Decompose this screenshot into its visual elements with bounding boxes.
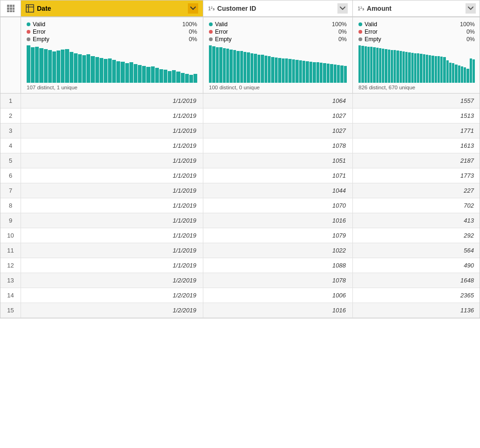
date-distinct: 107 distinct, 1 unique xyxy=(27,85,197,90)
table-row: 4 1/1/2019 1078 1613 xyxy=(0,138,480,153)
amount-stats: Valid 100% Error 0% Empty 0% 826 distinc… xyxy=(353,17,480,93)
svg-rect-2 xyxy=(13,5,14,7)
customer-id-cell: 1064 xyxy=(203,94,353,108)
amt-error-dot xyxy=(358,30,362,34)
customer-id-cell: 1051 xyxy=(203,153,353,168)
svg-rect-7 xyxy=(10,10,12,12)
svg-rect-3 xyxy=(7,7,9,10)
row-number: 12 xyxy=(0,258,21,273)
error-dot xyxy=(27,30,30,34)
amt-bar-chart xyxy=(358,45,475,83)
date-valid-stat: Valid 100% xyxy=(27,21,197,28)
amt-empty-dot xyxy=(358,37,362,41)
customer-id-column-header[interactable]: 1²₃ Customer ID xyxy=(203,0,353,16)
customer-id-header-left: 1²₃ Customer ID xyxy=(208,5,256,12)
date-dropdown-button[interactable] xyxy=(188,3,198,14)
svg-rect-4 xyxy=(10,7,12,10)
corner-cell xyxy=(0,0,21,16)
table-row: 9 1/1/2019 1016 413 xyxy=(0,213,480,228)
customer-id-cell: 1079 xyxy=(203,228,353,243)
customer-id-cell: 1016 xyxy=(203,213,353,228)
row-number: 10 xyxy=(0,228,21,243)
customer-id-cell: 1078 xyxy=(203,138,353,153)
row-number: 1 xyxy=(0,94,21,108)
table-row: 14 1/2/2019 1006 2365 xyxy=(0,288,480,303)
amount-cell: 1513 xyxy=(353,108,480,123)
row-number: 4 xyxy=(0,138,21,153)
table-row: 7 1/1/2019 1044 227 xyxy=(0,183,480,198)
amount-header-left: 1²₃ Amount xyxy=(358,5,392,12)
row-number: 15 xyxy=(0,303,21,318)
cid-distinct: 100 distinct, 0 unique xyxy=(209,85,347,90)
amt-valid-stat: Valid 100% xyxy=(358,21,475,28)
table-row: 13 1/2/2019 1078 1648 xyxy=(0,273,480,288)
cid-empty-stat: Empty 0% xyxy=(209,36,347,43)
customer-id-type-icon: 1²₃ xyxy=(208,6,215,12)
cid-error-dot xyxy=(209,30,213,34)
amount-cell: 1613 xyxy=(353,138,480,153)
data-table: Date 1²₃ Customer ID 1²₃ Amount xyxy=(0,0,480,318)
table-row: 10 1/1/2019 1079 292 xyxy=(0,228,480,243)
customer-id-cell: 1070 xyxy=(203,198,353,213)
date-bar-chart xyxy=(27,45,197,83)
date-header-label: Date xyxy=(37,5,51,12)
amount-cell: 1557 xyxy=(353,94,480,108)
customer-id-cell: 1044 xyxy=(203,183,353,198)
cid-empty-dot xyxy=(209,37,213,41)
svg-rect-0 xyxy=(7,5,9,7)
date-cell: 1/2/2019 xyxy=(21,273,203,288)
amt-valid-dot xyxy=(358,22,362,26)
grid-icon xyxy=(7,4,15,13)
customer-id-cell: 1006 xyxy=(203,288,353,303)
amount-dropdown-button[interactable] xyxy=(466,3,476,14)
amount-header-label: Amount xyxy=(367,5,392,12)
amount-cell: 413 xyxy=(353,213,480,228)
table-row: 11 1/1/2019 1022 564 xyxy=(0,243,480,258)
date-cell: 1/1/2019 xyxy=(21,153,203,168)
cid-error-stat: Error 0% xyxy=(209,29,347,35)
row-number: 9 xyxy=(0,213,21,228)
customer-id-cell: 1088 xyxy=(203,258,353,273)
date-cell: 1/1/2019 xyxy=(21,243,203,258)
date-error-stat: Error 0% xyxy=(27,29,197,35)
date-header-left: Date xyxy=(26,4,51,13)
amount-cell: 564 xyxy=(353,243,480,258)
svg-rect-6 xyxy=(7,10,9,12)
date-cell: 1/1/2019 xyxy=(21,123,203,138)
amount-type-icon: 1²₃ xyxy=(358,6,364,12)
table-type-icon xyxy=(26,4,34,13)
row-number: 6 xyxy=(0,168,21,183)
amt-distinct: 826 distinct, 670 unique xyxy=(358,85,475,90)
table-row: 12 1/1/2019 1088 490 xyxy=(0,258,480,273)
table-row: 8 1/1/2019 1070 702 xyxy=(0,198,480,213)
amount-cell: 292 xyxy=(353,228,480,243)
date-column-header[interactable]: Date xyxy=(21,0,203,16)
date-cell: 1/1/2019 xyxy=(21,258,203,273)
amount-cell: 227 xyxy=(353,183,480,198)
date-cell: 1/1/2019 xyxy=(21,183,203,198)
amount-cell: 1773 xyxy=(353,168,480,183)
row-number: 8 xyxy=(0,198,21,213)
customer-id-cell: 1027 xyxy=(203,123,353,138)
table-row: 1 1/1/2019 1064 1557 xyxy=(0,94,480,108)
empty-dot xyxy=(27,37,30,41)
row-number: 5 xyxy=(0,153,21,168)
cid-valid-stat: Valid 100% xyxy=(209,21,347,28)
date-stats: Valid 100% Error 0% Empty 0% 107 distinc… xyxy=(21,17,203,93)
amount-column-header[interactable]: 1²₃ Amount xyxy=(353,0,480,16)
row-number: 13 xyxy=(0,273,21,288)
valid-dot xyxy=(27,22,30,26)
svg-rect-1 xyxy=(10,5,12,7)
customer-id-dropdown-button[interactable] xyxy=(337,3,348,14)
date-cell: 1/1/2019 xyxy=(21,228,203,243)
table-row: 15 1/2/2019 1016 1136 xyxy=(0,303,480,318)
stats-row: Valid 100% Error 0% Empty 0% 107 distinc… xyxy=(0,17,480,94)
row-number: 2 xyxy=(0,108,21,123)
svg-rect-9 xyxy=(26,5,34,12)
row-number: 3 xyxy=(0,123,21,138)
customer-id-stats: Valid 100% Error 0% Empty 0% 100 distinc… xyxy=(203,17,353,93)
date-cell: 1/2/2019 xyxy=(21,288,203,303)
row-number: 11 xyxy=(0,243,21,258)
date-cell: 1/1/2019 xyxy=(21,108,203,123)
amount-cell: 2187 xyxy=(353,153,480,168)
